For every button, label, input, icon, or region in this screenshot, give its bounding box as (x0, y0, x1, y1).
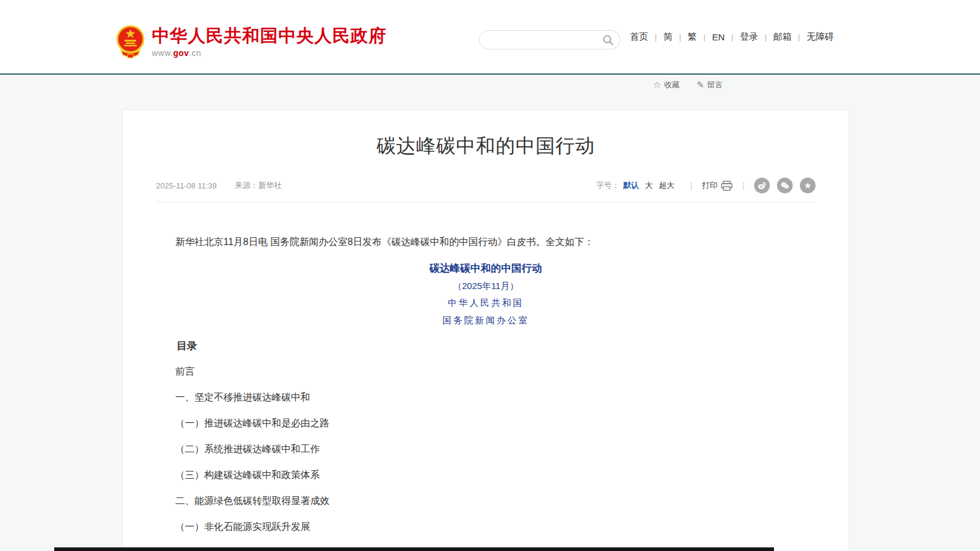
share-more-star-icon[interactable]: ★ (800, 178, 816, 193)
toc-item: 二、能源绿色低碳转型取得显著成效 (156, 494, 816, 508)
site-url-cn: .cn (189, 48, 201, 58)
document-title: 碳达峰碳中和的中国行动 (156, 260, 816, 277)
font-size-label: 字号： (596, 180, 620, 191)
toc-item: 前言 (156, 365, 816, 378)
favorite-label: 收藏 (664, 79, 679, 90)
document-org-line1: 中华人民共和国 (156, 294, 816, 312)
meta-separator: | (742, 181, 744, 190)
favorite-button[interactable]: ☆ 收藏 (653, 79, 679, 90)
site-header: 中华人民共和国中央人民政府 www.gov.cn 首页| 简| 繁| EN| 登… (0, 0, 980, 73)
article-lead: 新华社北京11月8日电 国务院新闻办公室8日发布《碳达峰碳中和的中国行动》白皮书… (156, 235, 816, 249)
site-brand[interactable]: 中华人民共和国中央人民政府 www.gov.cn (116, 24, 387, 59)
header-divider (0, 73, 980, 75)
pencil-icon: ✎ (696, 79, 704, 90)
toc-item: （三）构建碳达峰碳中和政策体系 (156, 469, 816, 482)
top-nav: 首页| 简| 繁| EN| 登录| 邮箱| 无障碍 (629, 0, 835, 73)
site-url-gov: gov (173, 48, 189, 58)
article-source: 来源：新华社 (235, 180, 282, 191)
nav-traditional[interactable]: 繁 (687, 31, 698, 43)
article-date: 2025-11-08 11:39 (156, 181, 217, 190)
font-size-large-button[interactable]: 大 (645, 180, 653, 191)
toc-item: 一、坚定不移推进碳达峰碳中和 (156, 391, 816, 404)
nav-separator: | (798, 33, 800, 42)
nav-separator: | (764, 33, 766, 42)
site-url: www.gov.cn (152, 48, 387, 58)
meta-separator: | (690, 181, 693, 190)
bottom-cutoff-bar (54, 547, 774, 551)
comment-button[interactable]: ✎ 留言 (696, 79, 723, 90)
favorite-star-icon: ☆ (653, 79, 661, 90)
nav-accessibility[interactable]: 无障碍 (805, 31, 835, 43)
search-icon[interactable] (602, 34, 614, 46)
share-icons: ★ (754, 178, 816, 193)
nav-mail[interactable]: 邮箱 (772, 31, 793, 43)
source-value: 新华社 (258, 181, 282, 190)
search-box[interactable] (479, 30, 620, 49)
toc-list: 前言 一、坚定不移推进碳达峰碳中和 （一）推进碳达峰碳中和是必由之路 （二）系统… (156, 365, 816, 534)
search-input[interactable] (489, 35, 602, 45)
nav-separator: | (655, 33, 657, 42)
comment-label: 留言 (707, 79, 723, 90)
nav-home[interactable]: 首页 (629, 31, 649, 43)
weibo-share-icon[interactable] (754, 178, 770, 193)
nav-separator: | (704, 33, 705, 42)
article-meta-left: 2025-11-08 11:39 来源：新华社 (156, 180, 282, 191)
article-meta-row: 2025-11-08 11:39 来源：新华社 字号： 默认 大 超大 | 打印… (156, 178, 816, 202)
national-emblem-icon (116, 24, 145, 59)
quick-toolbar: ☆ 收藏 ✎ 留言 (653, 79, 723, 90)
toc-heading: 目录 (156, 339, 816, 353)
font-size-default-button[interactable]: 默认 (623, 180, 639, 191)
article-title: 碳达峰碳中和的中国行动 (156, 132, 816, 160)
print-button[interactable]: 打印 (702, 180, 732, 191)
nav-simplified[interactable]: 简 (662, 31, 673, 43)
font-size-xlarge-button[interactable]: 超大 (659, 180, 675, 191)
nav-separator: | (731, 33, 733, 42)
star-glyph: ★ (804, 181, 812, 190)
nav-separator: | (679, 33, 681, 42)
toc-item: （二）系统推进碳达峰碳中和工作 (156, 443, 816, 456)
toc-item: （一）非化石能源实现跃升发展 (156, 520, 816, 534)
toc-item: （一）推进碳达峰碳中和是必由之路 (156, 417, 816, 430)
document-date: （2025年11月） (156, 277, 816, 294)
nav-english[interactable]: EN (711, 32, 726, 42)
printer-icon (721, 181, 732, 191)
site-title: 中华人民共和国中央人民政府 (152, 25, 387, 46)
document-org-line2: 国务院新闻办公室 (156, 312, 816, 329)
nav-login[interactable]: 登录 (738, 31, 759, 43)
source-label: 来源： (235, 181, 258, 190)
document-heading-block: 碳达峰碳中和的中国行动 （2025年11月） 中华人民共和国 国务院新闻办公室 (156, 260, 816, 329)
article-card: 碳达峰碳中和的中国行动 2025-11-08 11:39 来源：新华社 字号： … (122, 110, 849, 551)
wechat-share-icon[interactable] (777, 178, 793, 193)
site-url-www: www. (152, 48, 173, 58)
print-label: 打印 (702, 180, 717, 191)
article-meta-right: 字号： 默认 大 超大 | 打印 | (596, 178, 816, 193)
